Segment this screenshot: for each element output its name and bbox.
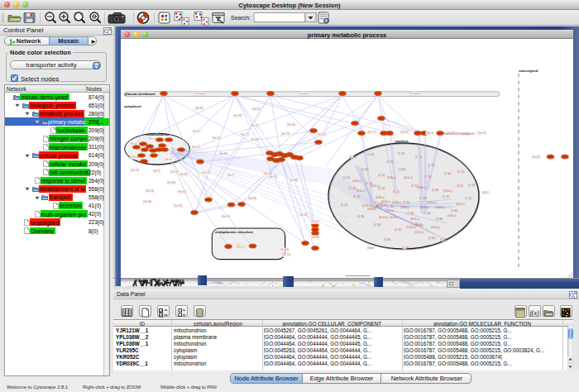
svg-text:(G-20): (G-20) — [386, 160, 393, 164]
svg-text:(Gn-72): (Gn-72) — [282, 253, 290, 256]
svg-text:(Gn-pm): (Gn-pm) — [409, 92, 419, 95]
svg-text:(G-72): (G-72) — [465, 197, 471, 200]
svg-text:(Gn-64): (Gn-64) — [178, 190, 186, 194]
svg-text:(G-25): (G-25) — [386, 205, 393, 208]
svg-text:(Gn-76): (Gn-76) — [174, 204, 182, 208]
svg-text:(G:56.u): (G:56.u) — [447, 214, 457, 218]
svg-text:(Gn-7): (Gn-7) — [227, 174, 234, 177]
svg-text:(G-21): (G-21) — [349, 155, 356, 159]
svg-text:cytoplasm: cytoplasm — [124, 104, 141, 108]
svg-text:(G-70): (G-70) — [443, 195, 449, 198]
svg-text:(G:22.u): (G:22.u) — [362, 204, 371, 208]
svg-text:(G-62): (G-62) — [419, 197, 426, 200]
svg-text:(Gn-70): (Gn-70) — [202, 171, 210, 174]
svg-text:(Gn-24): (Gn-24) — [146, 189, 154, 193]
svg-text:(G-26): (G-26) — [423, 212, 430, 215]
svg-text:(G-12): (G-12) — [482, 191, 489, 194]
svg-text:(Gn-34): (Gn-34) — [143, 200, 151, 203]
svg-text:(G:50.u): (G:50.u) — [456, 203, 465, 206]
svg-text:(Gn-65): (Gn-65) — [478, 131, 486, 135]
svg-text:(G-12): (G-12) — [378, 174, 385, 177]
svg-text:(Gn-41): (Gn-41) — [213, 136, 221, 140]
svg-text:(G-11): (G-11) — [393, 190, 400, 194]
svg-text:(G:52.u): (G:52.u) — [414, 231, 423, 234]
svg-text:(Gn-64): (Gn-64) — [280, 248, 289, 251]
svg-text:(Gn-22): (Gn-22) — [281, 132, 290, 136]
svg-text:(G-33): (G-33) — [357, 215, 364, 218]
svg-text:(G:06.u): (G:06.u) — [427, 201, 436, 204]
svg-text:(G:84.u): (G:84.u) — [400, 206, 409, 209]
svg-text:(G-66): (G-66) — [367, 246, 374, 250]
svg-text:(G-75): (G-75) — [457, 170, 464, 174]
svg-text:(Gn-88): (Gn-88) — [290, 179, 298, 182]
svg-text:(G-36): (G-36) — [402, 246, 409, 250]
svg-text:(Gn-72): (Gn-72) — [251, 124, 259, 127]
svg-text:(Gn-45): (Gn-45) — [299, 213, 308, 217]
svg-text:(Gn-pm): (Gn-pm) — [299, 92, 308, 95]
svg-text:(G-13): (G-13) — [341, 203, 347, 207]
svg-text:(Gn-50): (Gn-50) — [222, 215, 230, 218]
svg-text:(Gn-78): (Gn-78) — [131, 169, 139, 172]
svg-text:(Gn-9): (Gn-9) — [153, 170, 160, 173]
svg-text:Search:: Search: — [231, 15, 251, 21]
svg-text:(G:04.u): (G:04.u) — [435, 206, 444, 209]
svg-text:(G:86.u): (G:86.u) — [367, 208, 376, 211]
svg-text:(G-20): (G-20) — [468, 184, 475, 187]
svg-text:(G:00.u): (G:00.u) — [443, 189, 452, 193]
svg-text:(Gn-71): (Gn-71) — [241, 133, 249, 136]
svg-text:(Gn-40): (Gn-40) — [167, 181, 175, 184]
svg-text:(G:54.u): (G:54.u) — [431, 226, 440, 229]
svg-text:(G-56): (G-56) — [374, 223, 380, 227]
svg-text:(Gn-67): (Gn-67) — [311, 220, 319, 223]
svg-text:(Gn-54): (Gn-54) — [252, 108, 261, 111]
svg-text:(Gn-27): (Gn-27) — [192, 146, 200, 149]
svg-text:(Gn-67): (Gn-67) — [400, 131, 409, 134]
svg-text:(G-40): (G-40) — [403, 201, 409, 204]
svg-text:(G:86.u): (G:86.u) — [392, 201, 401, 204]
svg-text:(G-35): (G-35) — [395, 228, 401, 232]
svg-text:(Gn-pm): (Gn-pm) — [196, 92, 205, 95]
svg-text:(G-61): (G-61) — [457, 184, 463, 188]
svg-text:(Gn-er): (Gn-er) — [237, 245, 244, 248]
svg-text:(Gn-62): (Gn-62) — [532, 155, 540, 159]
svg-text:(G:54.u): (G:54.u) — [406, 226, 415, 229]
svg-text:(G:04.u): (G:04.u) — [352, 179, 361, 183]
svg-text:(Gn-45): (Gn-45) — [179, 173, 188, 176]
svg-text:(Gn-3): (Gn-3) — [427, 131, 433, 135]
svg-text:(Gn-68): (Gn-68) — [219, 152, 227, 155]
svg-text:(G-24): (G-24) — [349, 187, 356, 190]
svg-text:(G:20.u): (G:20.u) — [387, 176, 396, 179]
svg-text:(G:84.u): (G:84.u) — [417, 186, 426, 189]
svg-text:(G:80.u): (G:80.u) — [376, 196, 385, 199]
svg-text:(Gn-31): (Gn-31) — [170, 170, 179, 174]
svg-text:(G-86): (G-86) — [436, 218, 443, 221]
svg-text:(Gn-81): (Gn-81) — [195, 107, 203, 110]
svg-text:(G-82): (G-82) — [361, 168, 368, 171]
svg-text:(Gn-86): (Gn-86) — [311, 236, 319, 239]
svg-text:(G:50.u): (G:50.u) — [356, 189, 366, 193]
svg-text:(G-65): (G-65) — [367, 153, 374, 156]
svg-text:(Gn-m): (Gn-m) — [165, 158, 172, 161]
svg-text:(G-06): (G-06) — [407, 212, 414, 215]
svg-text:(G-00): (G-00) — [444, 172, 451, 175]
svg-text:(G-11): (G-11) — [415, 155, 422, 159]
svg-text:(G:20.u): (G:20.u) — [379, 216, 388, 219]
svg-text:plasma membrane: plasma membrane — [125, 92, 156, 96]
svg-text:(Gn-39): (Gn-39) — [233, 114, 242, 117]
svg-text:(G-83): (G-83) — [451, 209, 457, 213]
svg-text:f(x): f(x) — [530, 309, 539, 317]
svg-text:(G-70): (G-70) — [353, 195, 360, 198]
svg-text:(G-74): (G-74) — [428, 164, 434, 167]
svg-text:(G-81): (G-81) — [428, 237, 435, 240]
svg-text:mitochondrion: mitochondrion — [146, 132, 170, 136]
svg-text:(G-43): (G-43) — [440, 238, 447, 241]
svg-text:(Gn-59): (Gn-59) — [269, 175, 277, 179]
svg-text:(G-36): (G-36) — [432, 189, 438, 192]
svg-text:(Gn-60): (Gn-60) — [248, 197, 256, 200]
svg-text:(G-82): (G-82) — [399, 168, 405, 171]
svg-text:(G-45): (G-45) — [343, 176, 350, 179]
svg-text:endoplasmic reticulum: endoplasmic reticulum — [215, 230, 253, 234]
svg-text:(Gn-67): (Gn-67) — [318, 133, 326, 136]
svg-text:(G-34): (G-34) — [424, 175, 431, 179]
svg-text:(G-74): (G-74) — [398, 152, 404, 155]
